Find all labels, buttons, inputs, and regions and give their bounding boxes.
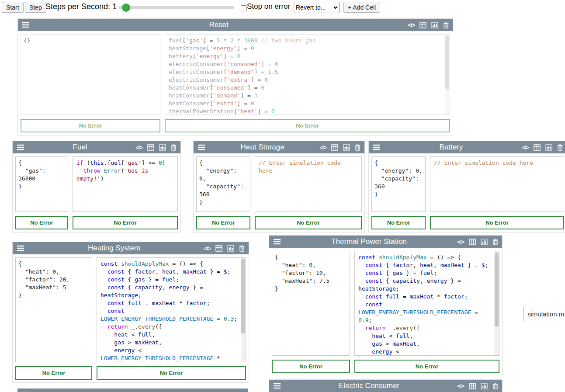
chart-view-icon[interactable]	[481, 383, 488, 389]
cell-header: Fuel </>	[13, 141, 180, 153]
add-cell-button[interactable]: + Add Cell	[343, 2, 380, 13]
state-status: No Error	[21, 119, 160, 132]
chart-view-icon[interactable]	[227, 245, 234, 252]
state-editor[interactable]: { "energy": 0, "capacity": 360 }	[196, 156, 250, 212]
cell-title: Battery	[384, 143, 518, 152]
menu-icon[interactable]	[273, 239, 281, 245]
trash-icon[interactable]	[355, 144, 360, 151]
revert-select[interactable]: Revert to...	[294, 2, 340, 13]
state-status: No Error	[371, 216, 426, 229]
code-status: No Error	[73, 216, 178, 229]
simulation-file-tooltip: simulation.m	[523, 307, 565, 321]
code-view-icon[interactable]: </>	[319, 145, 326, 150]
state-status: No Error	[15, 216, 68, 229]
cell-fuel: Fuel </> { "gas": 36000 } if (this.fuel[…	[12, 141, 181, 232]
trash-icon[interactable]	[171, 144, 177, 151]
menu-icon[interactable]	[22, 22, 30, 28]
cell-heat-storage: Heat Storage </> { "energy": 0, "capacit…	[193, 141, 365, 232]
chart-view-icon[interactable]	[159, 144, 166, 151]
cell-header: Thermal Power Station </>	[269, 236, 502, 248]
trash-icon[interactable]	[239, 245, 245, 252]
state-editor[interactable]: { "heat": 0, "factor": 20, "maxHeat": 5 …	[15, 257, 92, 362]
menu-icon[interactable]	[273, 383, 281, 389]
cell-title: Heat Storage	[209, 143, 316, 152]
start-button[interactable]: Start	[2, 2, 24, 13]
stop-on-error-label[interactable]: Stop on error	[247, 2, 290, 11]
menu-icon[interactable]	[17, 144, 24, 150]
cell-title: Heating System	[28, 244, 200, 253]
scrollbar[interactable]	[445, 35, 450, 114]
cell-header: Heating System </>	[13, 242, 249, 254]
code-view-icon[interactable]: </>	[204, 246, 211, 251]
code-status: No Error	[97, 366, 246, 380]
code-view-icon[interactable]: </>	[135, 145, 142, 150]
cell-title: Electric Consumer	[284, 382, 454, 390]
state-editor[interactable]: { "energy": 0, "capacity": 360 }	[371, 156, 426, 212]
steps-per-second-label: Steps per Second: 1	[45, 2, 117, 11]
menu-icon[interactable]	[17, 245, 24, 251]
cell-title: Fuel	[28, 143, 132, 152]
code-view-icon[interactable]: </>	[457, 239, 464, 245]
code-status: No Error	[255, 216, 362, 229]
state-editor[interactable]: { "gas": 36000 }	[15, 156, 68, 212]
cell-title: Thermal Power Station	[284, 237, 454, 246]
table-view-icon[interactable]	[469, 383, 476, 389]
cell-header: Battery </>	[369, 141, 565, 153]
code-editor[interactable]: const shouldApplyMax = () => { const { f…	[354, 251, 499, 356]
slider-track[interactable]	[119, 6, 234, 9]
cell-header: Reset </>	[18, 19, 453, 31]
code-view-icon[interactable]: </>	[408, 22, 415, 28]
menu-icon[interactable]	[198, 144, 205, 150]
code-view-icon[interactable]: </>	[522, 145, 529, 150]
table-view-icon[interactable]	[534, 144, 541, 151]
cell-reset: Reset </> {} fuel['gas'] = 5 * 2 * 3600 …	[17, 18, 453, 135]
trash-icon[interactable]	[492, 383, 498, 389]
code-view-icon[interactable]: </>	[457, 383, 464, 389]
trash-icon[interactable]	[492, 239, 498, 245]
code-editor[interactable]: fuel['gas'] = 5 * 2 * 3600 // two hours …	[165, 34, 450, 115]
chart-view-icon[interactable]	[343, 144, 350, 151]
table-view-icon[interactable]	[419, 22, 426, 28]
scrollbar[interactable]	[494, 251, 499, 355]
cell-header: Heat Storage </>	[194, 141, 364, 153]
state-status: No Error	[15, 366, 92, 380]
menu-icon[interactable]	[373, 144, 381, 150]
steps-per-second-value: 1	[112, 2, 117, 11]
slider-thumb[interactable]	[122, 3, 130, 12]
code-editor[interactable]: if (this.fuel['gas'] <= 0) throw Error('…	[73, 156, 178, 212]
chart-view-icon[interactable]	[481, 239, 488, 245]
cell-heating-system: Heating System </> { "heat": 0, "factor"…	[12, 242, 249, 383]
code-status: No Error	[430, 216, 564, 229]
simulation-file-label: simulation.m	[527, 310, 564, 318]
code-status: No Error	[165, 119, 450, 132]
cell-battery: Battery </> { "energy": 0, "capacity": 3…	[368, 141, 565, 232]
code-editor[interactable]: // Enter simulation codehere	[255, 156, 362, 212]
state-status: No Error	[196, 216, 250, 229]
code-status: No Error	[354, 360, 499, 373]
trash-icon[interactable]	[443, 22, 449, 28]
scrollbar[interactable]	[241, 258, 246, 362]
trash-icon[interactable]	[557, 144, 563, 151]
cell-header: Electric Consumer </>	[269, 380, 502, 392]
toolbar: Start Step Steps per Second: 1 Stop on e…	[0, 0, 565, 15]
state-status: No Error	[272, 360, 350, 373]
code-editor[interactable]: const shouldApplyMax = () => { const { f…	[97, 257, 246, 362]
chart-view-icon[interactable]	[431, 22, 438, 28]
table-view-icon[interactable]	[469, 239, 476, 245]
cell-electric-consumer: Electric Consumer </>	[269, 379, 503, 392]
table-view-icon[interactable]	[147, 144, 154, 151]
state-editor[interactable]: { "heat": 0, "factor": 10, "maxHeat": 7.…	[272, 251, 350, 356]
step-button[interactable]: Step	[25, 2, 46, 13]
steps-slider[interactable]	[119, 2, 234, 13]
cell-thermal-power-station: Thermal Power Station </> { "heat": 0, "…	[269, 235, 503, 376]
cell-title: Reset	[33, 21, 404, 29]
state-editor[interactable]: {}	[21, 34, 160, 115]
chart-view-icon[interactable]	[545, 144, 552, 151]
stop-on-error-checkbox[interactable]	[241, 5, 247, 11]
steps-label-text: Steps per Second:	[45, 2, 110, 11]
code-editor[interactable]: // Enter simulation code here	[430, 156, 564, 212]
table-view-icon[interactable]	[215, 245, 222, 252]
table-view-icon[interactable]	[331, 144, 338, 151]
cell-partial-header	[17, 389, 248, 392]
